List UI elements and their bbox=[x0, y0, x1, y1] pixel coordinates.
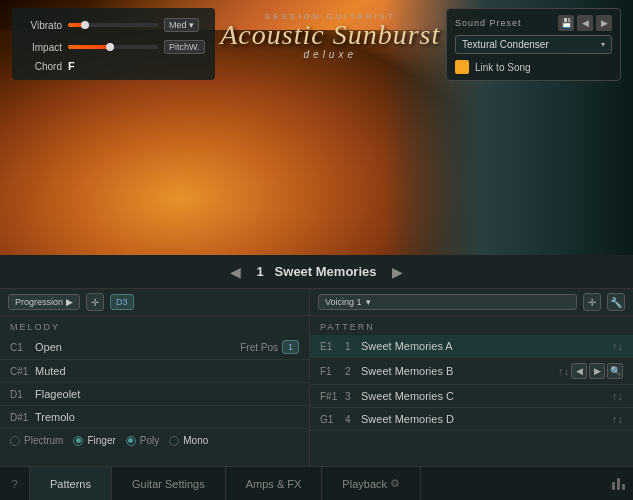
finger-label: Finger bbox=[87, 435, 115, 446]
finger-option[interactable]: Finger bbox=[73, 435, 115, 446]
preset-arrow-icon: ▾ bbox=[601, 40, 605, 49]
sort-icon-e1[interactable]: ↑↓ bbox=[612, 340, 623, 352]
bottom-panel: ◀ 1 Sweet Memories ▶ Progression ▶ ✛ D3 bbox=[0, 255, 633, 500]
melody-row-cs1[interactable]: C#1 Muted bbox=[0, 360, 309, 383]
pattern-next-btn[interactable]: ▶ bbox=[589, 363, 605, 379]
pattern-add-btn[interactable]: ✛ bbox=[583, 293, 601, 311]
plectrum-label: Plectrum bbox=[24, 435, 63, 446]
melody-header-bar: Progression ▶ ✛ D3 bbox=[0, 289, 309, 316]
melody-name-flageolet: Flageolet bbox=[35, 388, 299, 400]
meter-icon bbox=[612, 478, 625, 490]
pattern-prev-btn[interactable]: ◀ bbox=[571, 363, 587, 379]
main-title: Acoustic Sunburst bbox=[220, 21, 440, 49]
pattern-panel: Voicing 1 ▾ ✛ 🔧 PATTERN E1 1 Sweet Memor… bbox=[310, 289, 633, 466]
main-container: Vibrato Med ▾ Impact PitchW. bbox=[0, 0, 633, 500]
help-tab[interactable]: ? bbox=[0, 467, 30, 500]
mono-label: Mono bbox=[183, 435, 208, 446]
center-title: SESSION GUITARIST Acoustic Sunburst delu… bbox=[215, 8, 446, 60]
sort-icon-g1[interactable]: ↑↓ bbox=[612, 413, 623, 425]
pattern-header-bar: Voicing 1 ▾ ✛ 🔧 bbox=[310, 289, 633, 316]
melody-name-muted: Muted bbox=[35, 365, 299, 377]
top-header: Vibrato Med ▾ Impact PitchW. bbox=[0, 0, 633, 90]
melody-options: Plectrum Finger Poly Mono bbox=[0, 429, 309, 452]
tab-playback[interactable]: Playback ⚙ bbox=[322, 467, 421, 500]
melody-row-d1[interactable]: D1 Flageolet bbox=[0, 383, 309, 406]
save-icon-btn[interactable]: 💾 bbox=[558, 15, 574, 31]
chord-label: Chord bbox=[22, 61, 62, 72]
content-area: Progression ▶ ✛ D3 MELODY C1 Open Fret P… bbox=[0, 289, 633, 466]
pattern-note-e1: E1 bbox=[320, 341, 345, 352]
vibrato-slider[interactable] bbox=[68, 23, 158, 27]
progression-button[interactable]: Progression ▶ bbox=[8, 294, 80, 310]
sort-icon-fs1[interactable]: ↑↓ bbox=[612, 390, 623, 402]
pattern-row-e1[interactable]: E1 1 Sweet Memories A ↑↓ bbox=[310, 335, 633, 358]
pattern-note-f1: F1 bbox=[320, 366, 345, 377]
pattern-num-1: 1 bbox=[345, 341, 361, 352]
pattern-num-3: 3 bbox=[345, 391, 361, 402]
voicing-dropdown[interactable]: Voicing 1 ▾ bbox=[318, 294, 577, 310]
plectrum-option[interactable]: Plectrum bbox=[10, 435, 63, 446]
impact-row: Impact PitchW. bbox=[22, 38, 205, 56]
melody-add-btn[interactable]: ✛ bbox=[86, 293, 104, 311]
mono-option[interactable]: Mono bbox=[169, 435, 208, 446]
pattern-name-c: Sweet Memories C bbox=[361, 390, 612, 402]
pattern-prev-arrow[interactable]: ◀ bbox=[226, 264, 245, 280]
vibrato-dropdown[interactable]: Med ▾ bbox=[164, 18, 199, 32]
pattern-row-fs1[interactable]: F#1 3 Sweet Memories C ↑↓ bbox=[310, 385, 633, 408]
mono-radio[interactable] bbox=[169, 436, 179, 446]
right-preset-panel: Sound Preset 💾 ◀ ▶ Textural Condenser ▾ … bbox=[446, 8, 621, 81]
melody-row-ds1[interactable]: D#1 Tremolo bbox=[0, 406, 309, 429]
prev-preset-btn[interactable]: ◀ bbox=[577, 15, 593, 31]
pattern-num-2: 2 bbox=[345, 366, 361, 377]
tab-bar: ? Patterns Guitar Settings Amps & FX Pla… bbox=[0, 466, 633, 500]
tab-patterns[interactable]: Patterns bbox=[30, 467, 112, 500]
note-ds1: D#1 bbox=[10, 412, 35, 423]
vibrato-row: Vibrato Med ▾ bbox=[22, 16, 205, 34]
preset-dropdown[interactable]: Textural Condenser ▾ bbox=[455, 35, 612, 54]
melody-name-tremolo: Tremolo bbox=[35, 411, 299, 423]
finger-radio[interactable] bbox=[73, 436, 83, 446]
preset-value: Textural Condenser bbox=[462, 39, 601, 50]
tab-right-icons bbox=[612, 478, 633, 490]
pattern-wrench-btn[interactable]: 🔧 bbox=[607, 293, 625, 311]
pattern-name-b: Sweet Memories B bbox=[361, 365, 558, 377]
poly-radio[interactable] bbox=[126, 436, 136, 446]
vibrato-label: Vibrato bbox=[22, 20, 62, 31]
tab-amps-fx[interactable]: Amps & FX bbox=[226, 467, 323, 500]
pitchw-dropdown[interactable]: PitchW. bbox=[164, 40, 205, 54]
pattern-row-f1[interactable]: F1 2 Sweet Memories B ↑↓ ◀ ▶ 🔍 bbox=[310, 358, 633, 385]
next-preset-btn[interactable]: ▶ bbox=[596, 15, 612, 31]
pattern-note-fs1: F#1 bbox=[320, 391, 345, 402]
poly-option[interactable]: Poly bbox=[126, 435, 159, 446]
progression-arrow-icon: ▶ bbox=[66, 297, 73, 307]
melody-panel: Progression ▶ ✛ D3 MELODY C1 Open Fret P… bbox=[0, 289, 310, 466]
note-c1: C1 bbox=[10, 342, 35, 353]
tab-guitar-settings[interactable]: Guitar Settings bbox=[112, 467, 226, 500]
impact-label: Impact bbox=[22, 42, 62, 53]
pattern-next-arrow[interactable]: ▶ bbox=[388, 264, 407, 280]
pattern-section-title: PATTERN bbox=[310, 316, 633, 335]
melody-row-c1[interactable]: C1 Open Fret Pos 1 bbox=[0, 335, 309, 360]
preset-header: Sound Preset 💾 ◀ ▶ bbox=[455, 15, 612, 31]
fret-value-1: 1 bbox=[282, 340, 299, 354]
pattern-nav: ◀ 1 Sweet Memories ▶ bbox=[0, 255, 633, 289]
note-cs1: C#1 bbox=[10, 366, 35, 377]
poly-label: Poly bbox=[140, 435, 159, 446]
melody-section-title: MELODY bbox=[0, 316, 309, 335]
link-icon[interactable] bbox=[455, 60, 469, 74]
left-controls: Vibrato Med ▾ Impact PitchW. bbox=[12, 8, 215, 80]
chord-row: Chord F bbox=[22, 60, 205, 72]
pattern-name-a: Sweet Memories A bbox=[361, 340, 612, 352]
preset-icons: 💾 ◀ ▶ bbox=[558, 15, 612, 31]
sound-preset-label: Sound Preset bbox=[455, 18, 522, 28]
link-to-song-row: Link to Song bbox=[455, 60, 612, 74]
pattern-note-g1: G1 bbox=[320, 414, 345, 425]
chord-value: F bbox=[68, 60, 75, 72]
sort-icon-f1[interactable]: ↑↓ bbox=[558, 365, 569, 377]
link-to-song-label: Link to Song bbox=[475, 62, 531, 73]
plectrum-radio[interactable] bbox=[10, 436, 20, 446]
pattern-row-fs1-icons: ↑↓ bbox=[612, 390, 623, 402]
pattern-row-g1[interactable]: G1 4 Sweet Memories D ↑↓ bbox=[310, 408, 633, 431]
pattern-search-btn[interactable]: 🔍 bbox=[607, 363, 623, 379]
impact-slider[interactable] bbox=[68, 45, 158, 49]
